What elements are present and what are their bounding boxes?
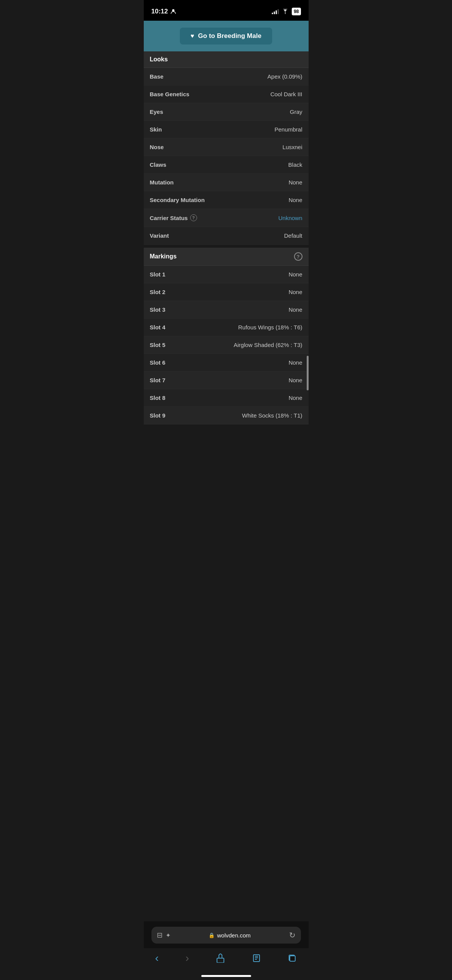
table-row: Slot 8 None — [144, 389, 309, 407]
row-value-claws: Black — [288, 161, 302, 168]
reload-button[interactable]: ↻ — [289, 931, 296, 940]
svg-rect-2 — [217, 958, 224, 963]
signal-bar-3 — [276, 10, 277, 14]
browser-bookmark-icon[interactable]: ✦ — [166, 932, 171, 939]
row-value-skin: Penumbral — [274, 126, 302, 133]
lock-icon: 🔒 — [209, 932, 215, 938]
table-row: Slot 9 White Socks (18% : T1) — [144, 407, 309, 424]
row-value-slot3: None — [289, 306, 302, 313]
forward-button[interactable]: › — [186, 952, 189, 964]
home-bar — [201, 975, 251, 977]
tabs-button[interactable] — [288, 954, 297, 963]
row-value-slot7: None — [289, 377, 302, 383]
header-banner: ♥ Go to Breeding Male — [144, 21, 309, 51]
row-label-slot4: Slot 4 — [150, 324, 238, 331]
table-row: Secondary Mutation None — [144, 191, 309, 209]
table-row: Slot 4 Rufous Wings (18% : T6) — [144, 319, 309, 336]
signal-bar-4 — [278, 9, 279, 14]
table-row: Slot 2 None — [144, 283, 309, 301]
row-label-mutation: Mutation — [150, 179, 289, 186]
carrier-status-help-icon[interactable]: ? — [190, 214, 197, 221]
bookmarks-button[interactable] — [252, 954, 261, 963]
browser-url-bar[interactable]: 🔒 wolvden.com — [174, 932, 285, 939]
heart-icon: ♥ — [191, 33, 194, 39]
looks-section-header: Looks — [144, 51, 309, 68]
looks-section: Looks Base Apex (0.09%) Base Genetics Co… — [144, 51, 309, 245]
row-value-base: Apex (0.09%) — [268, 73, 302, 80]
table-row: Claws Black — [144, 156, 309, 174]
back-button[interactable]: ‹ — [155, 952, 159, 964]
table-row: Base Genetics Cool Dark III — [144, 86, 309, 103]
svg-point-1 — [285, 13, 286, 14]
row-value-carrier-status[interactable]: Unknown — [278, 215, 302, 221]
row-value-eyes: Gray — [290, 109, 302, 115]
row-label-slot5: Slot 5 — [150, 342, 234, 348]
row-label-slot1: Slot 1 — [150, 271, 289, 278]
row-label-base: Base — [150, 73, 268, 80]
go-to-breeding-male-button[interactable]: ♥ Go to Breeding Male — [180, 28, 272, 44]
row-value-slot2: None — [289, 289, 302, 295]
table-row: Slot 1 None — [144, 266, 309, 283]
browser-section: ⊟ ✦ 🔒 wolvden.com ↻ — [144, 921, 309, 948]
table-row: Skin Penumbral — [144, 121, 309, 138]
row-label-eyes: Eyes — [150, 109, 290, 115]
row-label-slot8: Slot 8 — [150, 395, 289, 401]
row-value-slot4: Rufous Wings (18% : T6) — [238, 324, 302, 331]
row-label-slot7: Slot 7 — [150, 377, 289, 383]
row-value-nose: Lusxnei — [283, 144, 302, 150]
signal-bar-2 — [274, 12, 275, 14]
row-label-slot3: Slot 3 — [150, 306, 289, 313]
row-value-slot6: None — [289, 359, 302, 366]
row-label-slot9: Slot 9 — [150, 412, 242, 419]
browser-url-text: wolvden.com — [217, 932, 251, 939]
row-value-base-genetics: Cool Dark III — [270, 91, 302, 97]
row-value-slot1: None — [289, 271, 302, 278]
browser-tabs-icon[interactable]: ⊟ — [157, 931, 163, 939]
table-row: Slot 7 None — [144, 372, 309, 389]
status-time: 10:12 — [151, 8, 176, 15]
signal-bars — [272, 9, 279, 14]
row-label-secondary-mutation: Secondary Mutation — [150, 197, 289, 203]
bottom-nav: ‹ › — [144, 948, 309, 972]
share-button[interactable] — [216, 954, 225, 963]
signal-bar-1 — [272, 13, 273, 14]
markings-help-icon[interactable]: ? — [294, 252, 302, 261]
row-label-slot6: Slot 6 — [150, 359, 289, 366]
wifi-icon — [282, 9, 289, 14]
table-row: Mutation None — [144, 174, 309, 191]
battery-indicator: 98 — [292, 8, 301, 15]
table-row: Eyes Gray — [144, 103, 309, 121]
browser-bar: ⊟ ✦ 🔒 wolvden.com ↻ — [151, 927, 301, 944]
row-label-nose: Nose — [150, 144, 283, 150]
main-content: Looks Base Apex (0.09%) Base Genetics Co… — [144, 51, 309, 921]
row-value-slot9: White Socks (18% : T1) — [242, 412, 302, 419]
row-label-base-genetics: Base Genetics — [150, 91, 271, 97]
person-icon — [170, 8, 176, 15]
table-row: Slot 6 None — [144, 354, 309, 372]
table-row: Base Apex (0.09%) — [144, 68, 309, 86]
table-row: Carrier Status ? Unknown — [144, 209, 309, 227]
row-value-slot5: Airglow Shaded (62% : T3) — [234, 342, 302, 348]
row-label-variant: Variant — [150, 232, 284, 239]
looks-section-title: Looks — [150, 56, 168, 63]
row-value-variant: Default — [284, 232, 302, 239]
scroll-indicator — [307, 356, 309, 390]
markings-section-header: Markings ? — [144, 248, 309, 266]
table-row: Slot 5 Airglow Shaded (62% : T3) — [144, 336, 309, 354]
row-value-secondary-mutation: None — [289, 197, 302, 203]
markings-section-title: Markings — [150, 253, 177, 260]
row-value-slot8: None — [289, 395, 302, 401]
status-bar: 10:12 98 — [144, 0, 309, 21]
row-label-slot2: Slot 2 — [150, 289, 289, 295]
browser-icons-left: ⊟ ✦ — [157, 931, 171, 939]
home-indicator — [144, 972, 309, 980]
status-right: 98 — [272, 8, 301, 15]
svg-rect-5 — [290, 956, 295, 961]
markings-section: Markings ? Slot 1 None Slot 2 None Slot … — [144, 248, 309, 424]
table-row: Slot 3 None — [144, 301, 309, 319]
row-label-skin: Skin — [150, 126, 274, 133]
breeding-button-label: Go to Breeding Male — [198, 32, 261, 40]
row-value-mutation: None — [289, 179, 302, 186]
table-row: Variant Default — [144, 227, 309, 245]
svg-point-0 — [172, 9, 174, 12]
